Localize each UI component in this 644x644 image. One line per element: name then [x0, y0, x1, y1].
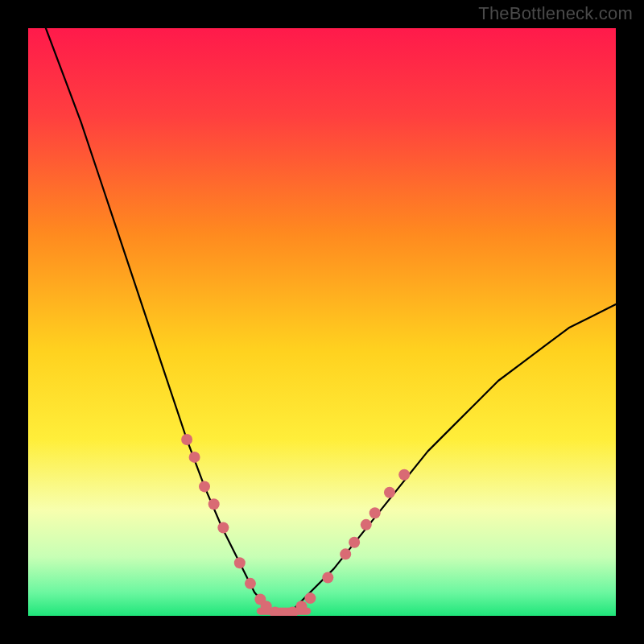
svg-point-22 [398, 469, 410, 481]
chart-frame: TheBottleneck.com [0, 0, 644, 644]
svg-point-21 [384, 487, 395, 498]
svg-point-2 [181, 434, 192, 445]
svg-point-19 [361, 519, 372, 530]
svg-point-14 [295, 601, 307, 612]
svg-point-16 [322, 572, 333, 584]
svg-point-8 [245, 578, 256, 589]
svg-point-15 [304, 592, 316, 604]
watermark-text: TheBottleneck.com [478, 3, 633, 24]
svg-rect-0 [28, 28, 616, 616]
svg-point-7 [234, 557, 246, 568]
svg-point-18 [349, 537, 360, 548]
svg-point-6 [217, 522, 229, 534]
svg-point-20 [369, 507, 381, 518]
svg-point-3 [189, 452, 200, 463]
svg-point-5 [208, 498, 220, 510]
bottleneck-plot [28, 28, 616, 616]
svg-point-17 [340, 548, 351, 559]
svg-point-4 [199, 481, 210, 492]
